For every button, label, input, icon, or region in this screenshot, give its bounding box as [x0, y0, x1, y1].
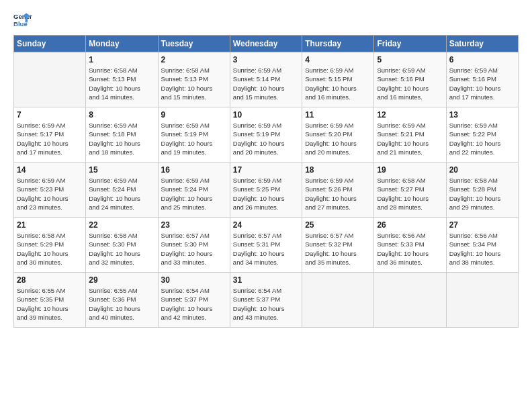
day-info: Sunrise: 6:58 AMSunset: 5:30 PMDaylight:… [89, 231, 154, 267]
calendar-cell: 27Sunrise: 6:56 AMSunset: 5:34 PMDayligh… [446, 218, 518, 273]
calendar-cell [446, 273, 518, 328]
day-number: 14 [17, 165, 83, 175]
weekday-header-monday: Monday [86, 36, 158, 52]
day-info: Sunrise: 6:58 AMSunset: 5:29 PMDaylight:… [17, 231, 83, 267]
calendar-cell: 8Sunrise: 6:59 AMSunset: 5:18 PMDaylight… [86, 107, 158, 163]
calendar-table: SundayMondayTuesdayWednesdayThursdayFrid… [13, 35, 519, 328]
calendar-cell: 11Sunrise: 6:59 AMSunset: 5:20 PMDayligh… [302, 107, 374, 163]
day-info: Sunrise: 6:59 AMSunset: 5:21 PMDaylight:… [377, 121, 443, 156]
calendar-cell: 1Sunrise: 6:58 AMSunset: 5:13 PMDaylight… [86, 52, 158, 107]
day-info: Sunrise: 6:59 AMSunset: 5:25 PMDaylight:… [233, 176, 299, 212]
weekday-header-friday: Friday [374, 36, 446, 52]
day-info: Sunrise: 6:57 AMSunset: 5:31 PMDaylight:… [233, 231, 299, 267]
calendar-cell: 5Sunrise: 6:59 AMSunset: 5:16 PMDaylight… [374, 52, 446, 107]
day-number: 3 [233, 55, 299, 64]
calendar-cell: 14Sunrise: 6:59 AMSunset: 5:23 PMDayligh… [14, 163, 86, 218]
calendar-cell: 29Sunrise: 6:55 AMSunset: 5:36 PMDayligh… [86, 273, 158, 328]
day-info: Sunrise: 6:59 AMSunset: 5:24 PMDaylight:… [161, 176, 227, 212]
day-number: 30 [161, 275, 227, 285]
calendar-cell: 19Sunrise: 6:58 AMSunset: 5:27 PMDayligh… [374, 163, 446, 218]
day-info: Sunrise: 6:59 AMSunset: 5:19 PMDaylight:… [161, 121, 227, 156]
day-info: Sunrise: 6:59 AMSunset: 5:20 PMDaylight:… [305, 121, 371, 156]
calendar-cell: 18Sunrise: 6:59 AMSunset: 5:26 PMDayligh… [302, 163, 374, 218]
day-info: Sunrise: 6:54 AMSunset: 5:37 PMDaylight:… [233, 286, 299, 322]
day-info: Sunrise: 6:58 AMSunset: 5:13 PMDaylight:… [89, 66, 154, 101]
day-number: 24 [233, 220, 299, 230]
calendar-week-3: 14Sunrise: 6:59 AMSunset: 5:23 PMDayligh… [14, 163, 519, 218]
day-info: Sunrise: 6:59 AMSunset: 5:22 PMDaylight:… [449, 121, 515, 156]
calendar-cell: 30Sunrise: 6:54 AMSunset: 5:37 PMDayligh… [158, 273, 230, 328]
calendar-cell [374, 273, 446, 328]
day-number: 8 [89, 110, 154, 120]
weekday-header-tuesday: Tuesday [158, 36, 230, 52]
day-number: 11 [305, 110, 371, 120]
logo: General Blue [13, 11, 32, 30]
day-number: 18 [305, 165, 371, 175]
calendar-cell: 10Sunrise: 6:59 AMSunset: 5:19 PMDayligh… [230, 107, 302, 163]
day-info: Sunrise: 6:58 AMSunset: 5:28 PMDaylight:… [449, 176, 515, 212]
calendar-cell: 31Sunrise: 6:54 AMSunset: 5:37 PMDayligh… [230, 273, 302, 328]
day-number: 31 [233, 275, 299, 285]
calendar-cell: 12Sunrise: 6:59 AMSunset: 5:21 PMDayligh… [374, 107, 446, 163]
day-number: 29 [89, 275, 154, 285]
day-info: Sunrise: 6:59 AMSunset: 5:23 PMDaylight:… [17, 176, 83, 212]
day-number: 16 [161, 165, 227, 175]
day-info: Sunrise: 6:59 AMSunset: 5:24 PMDaylight:… [89, 176, 154, 212]
calendar-week-4: 21Sunrise: 6:58 AMSunset: 5:29 PMDayligh… [14, 218, 519, 273]
day-info: Sunrise: 6:57 AMSunset: 5:30 PMDaylight:… [161, 231, 227, 267]
calendar-cell [302, 273, 374, 328]
calendar-cell [14, 52, 86, 107]
day-number: 13 [449, 110, 515, 120]
weekday-header-wednesday: Wednesday [230, 36, 302, 52]
header: General Blue [13, 11, 519, 30]
calendar-cell: 4Sunrise: 6:59 AMSunset: 5:15 PMDaylight… [302, 52, 374, 107]
day-info: Sunrise: 6:59 AMSunset: 5:15 PMDaylight:… [305, 66, 371, 101]
weekday-header-sunday: Sunday [14, 36, 86, 52]
calendar-cell: 23Sunrise: 6:57 AMSunset: 5:30 PMDayligh… [158, 218, 230, 273]
day-info: Sunrise: 6:57 AMSunset: 5:32 PMDaylight:… [305, 231, 371, 267]
day-info: Sunrise: 6:59 AMSunset: 5:14 PMDaylight:… [233, 66, 299, 101]
day-number: 19 [377, 165, 443, 175]
calendar-cell: 22Sunrise: 6:58 AMSunset: 5:30 PMDayligh… [86, 218, 158, 273]
day-number: 25 [305, 220, 371, 230]
calendar-cell: 25Sunrise: 6:57 AMSunset: 5:32 PMDayligh… [302, 218, 374, 273]
calendar-cell: 2Sunrise: 6:58 AMSunset: 5:13 PMDaylight… [158, 52, 230, 107]
day-info: Sunrise: 6:58 AMSunset: 5:13 PMDaylight:… [161, 66, 227, 101]
day-number: 5 [377, 55, 443, 64]
calendar-cell: 15Sunrise: 6:59 AMSunset: 5:24 PMDayligh… [86, 163, 158, 218]
logo-icon: General Blue [13, 11, 32, 30]
day-number: 1 [89, 55, 154, 64]
day-number: 9 [161, 110, 227, 120]
calendar-cell: 7Sunrise: 6:59 AMSunset: 5:17 PMDaylight… [14, 107, 86, 163]
calendar-cell: 20Sunrise: 6:58 AMSunset: 5:28 PMDayligh… [446, 163, 518, 218]
calendar-cell: 16Sunrise: 6:59 AMSunset: 5:24 PMDayligh… [158, 163, 230, 218]
day-info: Sunrise: 6:59 AMSunset: 5:26 PMDaylight:… [305, 176, 371, 212]
calendar-cell: 13Sunrise: 6:59 AMSunset: 5:22 PMDayligh… [446, 107, 518, 163]
calendar-week-5: 28Sunrise: 6:55 AMSunset: 5:35 PMDayligh… [14, 273, 519, 328]
day-info: Sunrise: 6:56 AMSunset: 5:34 PMDaylight:… [449, 231, 515, 267]
calendar-cell: 21Sunrise: 6:58 AMSunset: 5:29 PMDayligh… [14, 218, 86, 273]
calendar-cell: 24Sunrise: 6:57 AMSunset: 5:31 PMDayligh… [230, 218, 302, 273]
day-info: Sunrise: 6:59 AMSunset: 5:19 PMDaylight:… [233, 121, 299, 156]
day-number: 10 [233, 110, 299, 120]
day-info: Sunrise: 6:59 AMSunset: 5:17 PMDaylight:… [17, 121, 83, 156]
calendar-cell: 9Sunrise: 6:59 AMSunset: 5:19 PMDaylight… [158, 107, 230, 163]
day-info: Sunrise: 6:56 AMSunset: 5:33 PMDaylight:… [377, 231, 443, 267]
calendar-cell: 28Sunrise: 6:55 AMSunset: 5:35 PMDayligh… [14, 273, 86, 328]
calendar-cell: 3Sunrise: 6:59 AMSunset: 5:14 PMDaylight… [230, 52, 302, 107]
day-number: 26 [377, 220, 443, 230]
day-info: Sunrise: 6:55 AMSunset: 5:36 PMDaylight:… [89, 286, 154, 322]
calendar-cell: 26Sunrise: 6:56 AMSunset: 5:33 PMDayligh… [374, 218, 446, 273]
day-number: 2 [161, 55, 227, 64]
day-number: 27 [449, 220, 515, 230]
day-info: Sunrise: 6:55 AMSunset: 5:35 PMDaylight:… [17, 286, 83, 322]
day-number: 28 [17, 275, 83, 285]
day-number: 20 [449, 165, 515, 175]
day-number: 17 [233, 165, 299, 175]
day-number: 22 [89, 220, 154, 230]
day-number: 21 [17, 220, 83, 230]
day-number: 15 [89, 165, 154, 175]
weekday-header-thursday: Thursday [302, 36, 374, 52]
calendar-week-2: 7Sunrise: 6:59 AMSunset: 5:17 PMDaylight… [14, 107, 519, 163]
day-info: Sunrise: 6:54 AMSunset: 5:37 PMDaylight:… [161, 286, 227, 322]
